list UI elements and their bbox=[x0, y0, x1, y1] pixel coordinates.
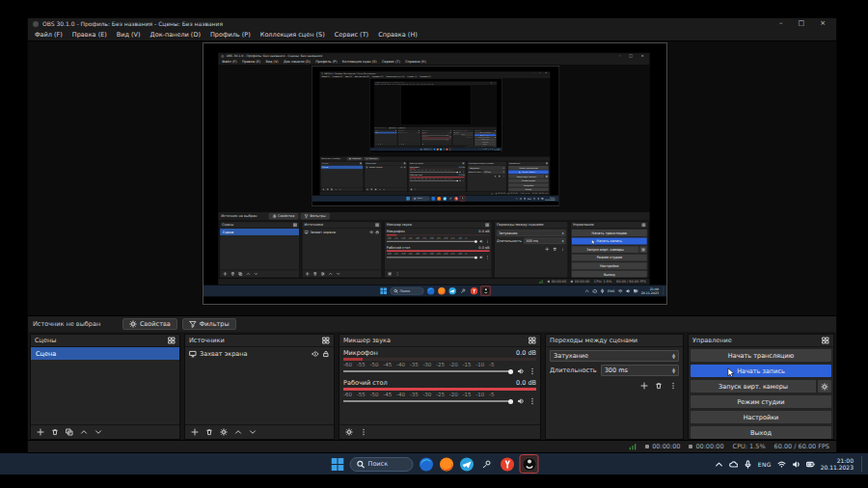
mixer-settings-button[interactable] bbox=[342, 426, 355, 438]
transition-options-button[interactable] bbox=[666, 380, 679, 392]
onedrive-cloud-icon[interactable] bbox=[729, 460, 738, 469]
volume-icon[interactable] bbox=[792, 460, 800, 469]
scenes-dock: Сцены Сцена bbox=[30, 334, 180, 440]
maximize-button[interactable]: □ bbox=[793, 18, 811, 29]
lock-icon[interactable] bbox=[322, 350, 330, 358]
speaker-icon[interactable] bbox=[517, 397, 525, 405]
studio-mode-button[interactable]: Режим студии bbox=[691, 395, 831, 408]
status-bar: 00:00:00 00:00:00 CPU: 1.5% 60.00 / 60.0… bbox=[28, 440, 836, 452]
volume-handle[interactable] bbox=[508, 369, 513, 374]
taskbar-app-red[interactable] bbox=[500, 456, 515, 472]
dots-vertical-icon bbox=[360, 428, 367, 436]
microphone-icon[interactable] bbox=[744, 460, 752, 469]
firefox-browser-icon bbox=[439, 457, 453, 472]
dots-vertical-icon[interactable] bbox=[529, 397, 536, 405]
start-streaming-button[interactable]: Начать трансляцию bbox=[691, 349, 831, 362]
scene-down-button[interactable] bbox=[92, 426, 104, 438]
duration-spinbox[interactable]: 300 ms ▲▼ bbox=[601, 365, 679, 376]
scene-item[interactable]: Сцена bbox=[31, 347, 179, 360]
taskbar-app-telegram[interactable] bbox=[459, 456, 475, 472]
taskbar-app-firefox[interactable] bbox=[439, 456, 454, 472]
wifi-icon[interactable] bbox=[777, 460, 786, 469]
eye-icon[interactable] bbox=[312, 350, 319, 358]
transition-select[interactable]: Затухание ▲▼ bbox=[550, 350, 679, 362]
start-recording-label: Начать запись bbox=[737, 367, 785, 375]
taskbar-obs-active[interactable] bbox=[520, 454, 539, 474]
rec-timer: 00:00:00 bbox=[689, 443, 723, 450]
controls-dock: Управление Начать трансляцию Начать запи… bbox=[688, 334, 834, 440]
remove-scene-button[interactable] bbox=[48, 426, 61, 438]
volume-meter bbox=[343, 388, 536, 391]
add-transition-button[interactable] bbox=[637, 380, 650, 392]
mixer-channel-mic: Микрофон 0.0 dB -60 -55 -50 -45 -40 -35 … bbox=[343, 349, 536, 375]
source-filters-button[interactable]: Фильтры bbox=[182, 318, 236, 330]
remove-transition-button[interactable] bbox=[652, 380, 665, 392]
mixer-options-button[interactable] bbox=[357, 426, 369, 438]
exit-button[interactable]: Выход bbox=[691, 426, 831, 439]
gear-icon bbox=[220, 428, 228, 436]
dots-vertical-icon[interactable] bbox=[529, 367, 536, 375]
minimize-button[interactable]: – bbox=[773, 18, 789, 29]
menu-item-help[interactable]: Справка (H) bbox=[373, 31, 422, 39]
close-button[interactable]: × bbox=[814, 18, 831, 29]
source-properties-button[interactable]: Свойства bbox=[122, 318, 177, 330]
dots-vertical-icon bbox=[669, 382, 677, 390]
dock-grid-icon bbox=[822, 337, 829, 344]
spinner-icon[interactable]: ▲▼ bbox=[672, 367, 675, 374]
speaker-icon[interactable] bbox=[517, 367, 525, 375]
clock[interactable]: 21:00 20.11.2023 bbox=[821, 457, 854, 472]
taskbar-app-dark[interactable] bbox=[479, 456, 495, 472]
source-down-button[interactable] bbox=[246, 426, 258, 438]
duplicate-scene-button[interactable] bbox=[63, 426, 75, 438]
settings-button[interactable]: Настройки bbox=[691, 411, 831, 423]
start-recording-button[interactable]: Начать запись bbox=[691, 365, 831, 377]
remove-source-button[interactable] bbox=[203, 426, 215, 438]
sources-title: Источники bbox=[189, 337, 225, 344]
source-properties-gear-button[interactable] bbox=[217, 426, 230, 438]
taskbar-app-edge[interactable] bbox=[419, 456, 434, 472]
chevron-down-icon bbox=[249, 428, 257, 436]
battery-icon[interactable] bbox=[806, 460, 815, 469]
scene-frame: OBS 30.1.0 - Профиль: Без названия - Сце… bbox=[203, 43, 666, 304]
language-indicator[interactable]: ENG bbox=[758, 461, 772, 468]
filters-label: Фильтры bbox=[200, 320, 230, 328]
plus-icon bbox=[640, 382, 648, 390]
add-scene-button[interactable] bbox=[34, 426, 46, 438]
channel-name: Рабочий стол bbox=[343, 379, 388, 387]
trash-icon bbox=[655, 382, 663, 390]
gear-icon bbox=[129, 320, 137, 328]
source-up-button[interactable] bbox=[231, 426, 244, 438]
virtual-camera-settings-button[interactable] bbox=[818, 380, 831, 393]
menu-item-file[interactable]: Файл (F) bbox=[30, 31, 68, 39]
search-box[interactable]: Поиск bbox=[350, 457, 414, 472]
scenes-list: Сцена bbox=[31, 347, 179, 424]
preview-canvas[interactable]: OBS 30.1.0 - Профиль: Без названия - Сце… bbox=[28, 41, 836, 315]
start-button[interactable] bbox=[330, 456, 345, 472]
telegram-icon bbox=[459, 457, 474, 472]
menu-item-edit[interactable]: Правка (E) bbox=[68, 31, 112, 39]
menu-item-docks[interactable]: Док-панели (D) bbox=[146, 31, 205, 39]
menu-item-profile[interactable]: Профиль (P) bbox=[205, 31, 256, 39]
properties-label: Свойства bbox=[140, 320, 171, 328]
virtual-camera-button[interactable]: Запуск вирт. камеры bbox=[691, 380, 816, 393]
show-desktop-button[interactable] bbox=[861, 456, 863, 472]
volume-slider[interactable] bbox=[343, 370, 513, 372]
spinner-icon[interactable]: ▲▼ bbox=[672, 353, 675, 360]
search-label: Поиск bbox=[368, 460, 389, 468]
menu-item-view[interactable]: Вид (V) bbox=[112, 31, 146, 39]
mixer-channel-desktop: Рабочий стол 0.0 dB -60 -55 -50 -45 -40 … bbox=[343, 379, 536, 405]
fps-counter: 60.00 / 60.00 FPS bbox=[774, 443, 829, 450]
scene-up-button[interactable] bbox=[77, 426, 90, 438]
volume-slider[interactable] bbox=[343, 400, 513, 402]
volume-handle[interactable] bbox=[508, 399, 513, 404]
network-signal-icon bbox=[629, 443, 637, 450]
sources-toolbar bbox=[185, 424, 334, 439]
menu-item-scene-collection[interactable]: Коллекция сцен (S) bbox=[256, 31, 330, 39]
channel-level: 0.0 dB bbox=[516, 379, 536, 387]
source-item[interactable]: Захват экрана bbox=[185, 347, 334, 360]
copy-icon bbox=[66, 428, 73, 436]
add-source-button[interactable] bbox=[188, 426, 201, 438]
menu-item-tools[interactable]: Сервис (T) bbox=[330, 31, 373, 39]
tray-expand-chevron-icon[interactable] bbox=[715, 460, 723, 469]
display-capture-icon bbox=[189, 350, 197, 358]
